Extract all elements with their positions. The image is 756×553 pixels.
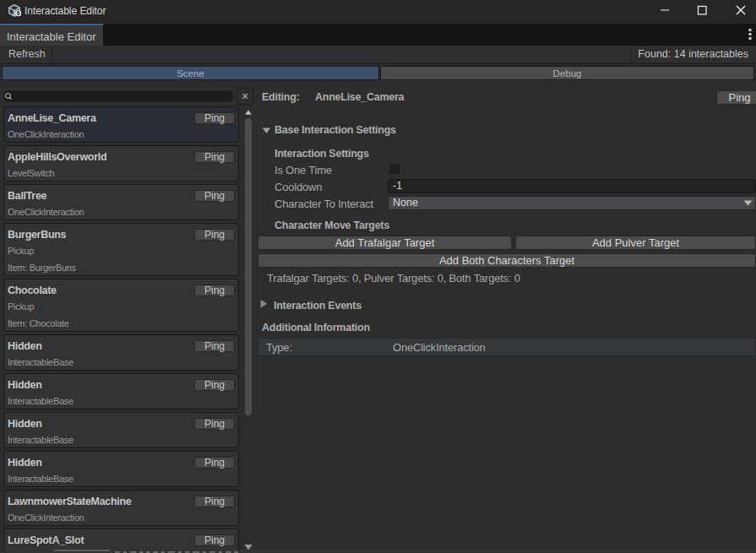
svg-text:6: 6 (17, 10, 20, 16)
